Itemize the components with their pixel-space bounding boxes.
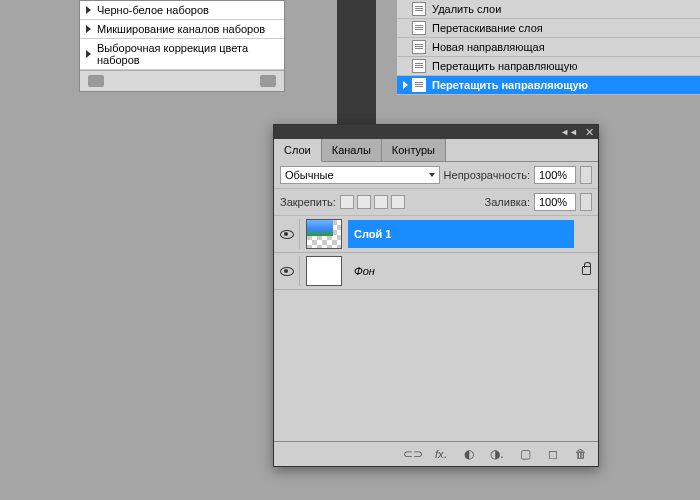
trash-icon[interactable] [260,75,276,87]
layers-list: Слой 1 Фон [274,216,598,441]
lock-fill-row: Закрепить: Заливка: 100% [274,189,598,216]
blend-opacity-row: Обычные Непрозрачность: 100% [274,162,598,189]
panel-tabs: Слои Каналы Контуры [274,139,598,162]
fill-input[interactable]: 100% [534,193,576,211]
adjustment-layer-icon[interactable]: ◑. [488,447,506,461]
mask-icon[interactable]: ◐ [460,447,478,461]
close-icon[interactable]: ✕ [584,127,594,137]
expand-icon [86,25,91,33]
lock-position-icon[interactable] [374,195,388,209]
blend-mode-select[interactable]: Обычные [280,166,440,184]
tab-channels[interactable]: Каналы [322,139,382,161]
opacity-label: Непрозрачность: [444,169,530,181]
layer-name[interactable]: Слой 1 [348,220,574,248]
layer-row[interactable]: Слой 1 [274,216,598,253]
expand-icon [86,6,91,14]
fx-icon[interactable]: fx. [432,447,450,461]
collapse-icon[interactable]: ◄◄ [560,127,578,137]
layers-footer: ⊂⊃ fx. ◐ ◑. ▢ ◻ 🗑 [274,441,598,466]
lock-controls [340,195,405,209]
link-layers-icon[interactable]: ⊂⊃ [404,447,422,461]
tab-paths[interactable]: Контуры [382,139,446,161]
chevron-down-icon [429,173,435,177]
lock-icon [582,266,591,275]
history-item[interactable]: Перетаскивание слоя [397,19,700,38]
history-panel: Удалить слои Перетаскивание слоя Новая н… [397,0,700,95]
history-item[interactable]: Перетащить направляющую [397,57,700,76]
history-label: Новая направляющая [432,41,545,53]
visibility-toggle[interactable] [274,256,300,286]
history-step-icon [412,78,426,92]
history-item[interactable]: Удалить слои [397,0,700,19]
adjustments-footer [80,70,284,91]
new-layer-icon[interactable]: ◻ [544,447,562,461]
group-icon[interactable]: ▢ [516,447,534,461]
opacity-input[interactable]: 100% [534,166,576,184]
opacity-stepper[interactable] [580,166,592,184]
history-item[interactable]: Перетащить направляющую [397,76,700,95]
fill-stepper[interactable] [580,193,592,211]
adjustment-preset-item[interactable]: Черно-белое наборов [80,1,284,20]
history-label: Перетаскивание слоя [432,22,543,34]
history-label: Перетащить направляющую [432,60,577,72]
current-state-icon [403,81,408,89]
expand-icon [86,50,91,58]
history-step-icon [412,59,426,73]
adjustment-label: Микширование каналов наборов [97,23,265,35]
panel-titlebar[interactable]: ◄◄ ✕ [274,125,598,139]
adjustments-panel: Черно-белое наборов Микширование каналов… [79,0,285,92]
eye-icon [280,230,294,239]
adjustment-preset-item[interactable]: Выборочная коррекция цвета наборов [80,39,284,70]
lock-transparency-icon[interactable] [340,195,354,209]
lock-pixels-icon[interactable] [357,195,371,209]
tab-layers[interactable]: Слои [274,139,322,162]
visibility-toggle[interactable] [274,219,300,249]
layers-panel: ◄◄ ✕ Слои Каналы Контуры Обычные Непрозр… [273,124,599,467]
lock-label: Закрепить: [280,196,336,208]
layer-row[interactable]: Фон [274,253,598,290]
history-item[interactable]: Новая направляющая [397,38,700,57]
adjustment-preset-item[interactable]: Микширование каналов наборов [80,20,284,39]
layer-thumbnail[interactable] [306,219,342,249]
adjustment-label: Выборочная коррекция цвета наборов [97,42,278,66]
history-label: Перетащить направляющую [432,79,588,91]
history-step-icon [412,2,426,16]
eye-icon [280,267,294,276]
history-label: Удалить слои [432,3,501,15]
layer-name[interactable]: Фон [348,257,574,285]
trash-icon[interactable]: 🗑 [572,447,590,461]
blend-mode-value: Обычные [285,169,334,181]
lock-cell [574,265,598,277]
layer-thumbnail[interactable] [306,256,342,286]
lock-all-icon[interactable] [391,195,405,209]
history-step-icon [412,40,426,54]
canvas-dark-area [337,0,376,128]
adjustment-label: Черно-белое наборов [97,4,209,16]
fill-label: Заливка: [485,196,530,208]
preset-icon[interactable] [88,75,104,87]
history-step-icon [412,21,426,35]
